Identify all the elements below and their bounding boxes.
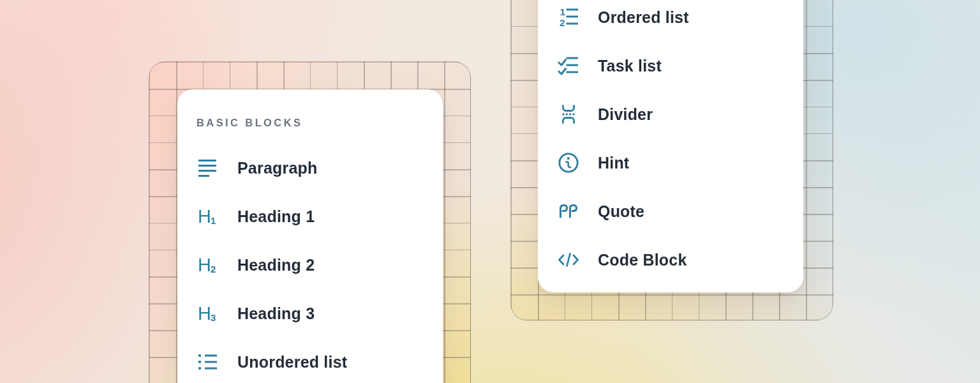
menu-item-divider[interactable]: Divider <box>557 90 803 139</box>
menu-item-label: Unordered list <box>237 353 347 372</box>
more-blocks-item-list: 1 2 Ordered list Task list Divider Hint … <box>557 0 803 284</box>
svg-text:H: H <box>198 303 211 324</box>
svg-text:H: H <box>198 206 211 227</box>
menu-item-label: Divider <box>598 105 653 124</box>
divider-icon <box>557 103 580 126</box>
heading-3-icon: H 3 <box>197 302 219 325</box>
menu-item-unordered-list[interactable]: Unordered list <box>197 338 443 383</box>
ordered-list-icon: 1 2 <box>557 6 580 29</box>
basic-blocks-item-list: Paragraph H 1 Heading 1 H 2 Heading 2 H … <box>197 144 443 383</box>
menu-item-label: Ordered list <box>598 8 689 27</box>
menu-item-label: Heading 3 <box>237 304 315 323</box>
menu-item-heading-2[interactable]: H 2 Heading 2 <box>197 241 443 289</box>
menu-item-ordered-list[interactable]: 1 2 Ordered list <box>557 0 803 41</box>
menu-item-heading-3[interactable]: H 3 Heading 3 <box>197 289 443 338</box>
menu-item-hint[interactable]: Hint <box>557 139 803 187</box>
menu-item-label: Hint <box>598 154 629 172</box>
basic-blocks-menu-card: BASIC BLOCKS Paragraph H 1 Heading 1 H 2… <box>177 89 443 383</box>
more-blocks-menu-card: 1 2 Ordered list Task list Divider Hint … <box>538 0 803 292</box>
menu-item-heading-1[interactable]: H 1 Heading 1 <box>197 192 443 241</box>
menu-item-label: Task list <box>598 57 662 75</box>
task-list-icon <box>557 54 580 77</box>
svg-text:2: 2 <box>211 264 216 274</box>
menu-item-label: Heading 1 <box>237 207 315 226</box>
svg-text:1: 1 <box>560 6 566 17</box>
basic-blocks-section-header: BASIC BLOCKS <box>197 116 443 129</box>
quote-icon <box>557 200 580 223</box>
menu-item-label: Paragraph <box>237 159 317 177</box>
code-block-icon <box>557 248 580 271</box>
menu-item-quote[interactable]: Quote <box>557 187 803 236</box>
hint-icon <box>557 151 580 174</box>
svg-text:3: 3 <box>211 312 216 323</box>
menu-item-paragraph[interactable]: Paragraph <box>197 144 443 192</box>
menu-item-label: Quote <box>598 202 644 221</box>
heading-2-icon: H 2 <box>197 253 219 276</box>
paragraph-icon <box>197 156 219 179</box>
svg-text:1: 1 <box>211 215 216 226</box>
heading-1-icon: H 1 <box>197 205 219 228</box>
svg-text:2: 2 <box>560 17 565 28</box>
unordered-list-icon <box>197 350 219 373</box>
menu-item-label: Code Block <box>598 251 687 269</box>
menu-item-label: Heading 2 <box>237 256 315 274</box>
menu-item-code-block[interactable]: Code Block <box>557 236 803 284</box>
menu-item-task-list[interactable]: Task list <box>557 41 803 90</box>
svg-text:H: H <box>198 255 211 275</box>
